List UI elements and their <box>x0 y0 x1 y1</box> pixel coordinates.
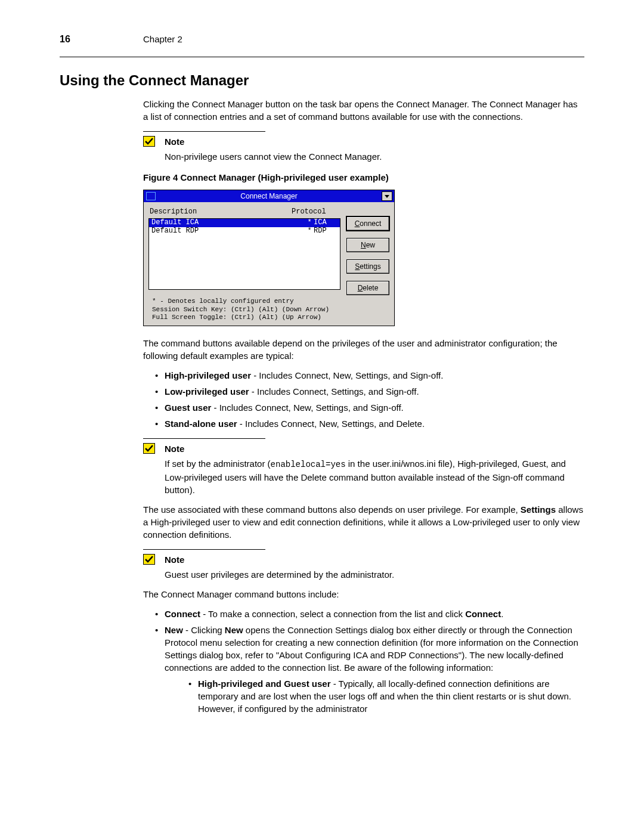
use-paragraph: The use associated with these command bu… <box>143 503 584 541</box>
list-headers: Description Protocol <box>148 206 340 218</box>
chapter-label: Chapter 2 <box>143 33 182 45</box>
intro-paragraph: Clicking the Connect Manager button on t… <box>143 98 584 123</box>
note-block-3: Note Guest user privileges are determine… <box>143 553 584 581</box>
note-separator <box>143 131 265 132</box>
connect-manager-window: Connect Manager Description Protocol Def… <box>143 190 395 326</box>
note-block-2: Note If set by the administrator (enable… <box>143 442 584 496</box>
footer-line: * - Denotes locally configured entry <box>152 298 389 306</box>
cmd-intro: The Connect Manager command buttons incl… <box>143 588 584 600</box>
note-label: Note <box>165 135 584 148</box>
list-item: Stand-alone user - Includes Connect, New… <box>155 417 584 430</box>
note-block-1: Note Non-privilege users cannot view the… <box>143 135 584 163</box>
check-icon <box>143 554 155 565</box>
page-number: 16 <box>60 33 143 46</box>
connection-list[interactable]: Default ICA * ICA Default RDP * RDP <box>148 218 340 290</box>
figure-caption: Figure 4 Connect Manager (High-privilege… <box>143 171 584 184</box>
section-title: Using the Connect Manager <box>60 70 584 91</box>
note-separator <box>143 549 265 550</box>
settings-button[interactable]: Settings <box>346 259 389 274</box>
list-item: Low-privileged user - Includes Connect, … <box>155 385 584 398</box>
list-item: Guest user - Includes Connect, New, Sett… <box>155 401 584 414</box>
command-list: Connect - To make a connection, select a… <box>143 608 584 715</box>
note-text: Non-privilege users cannot view the Conn… <box>165 151 382 162</box>
privilege-list: High-privileged user - Includes Connect,… <box>143 369 584 430</box>
note-separator <box>143 438 265 439</box>
col-protocol: Protocol <box>292 207 339 217</box>
note-text: Guest user privileges are determined by … <box>165 569 394 580</box>
col-description: Description <box>150 207 292 217</box>
code-inline: enablelocal=yes <box>271 460 346 469</box>
sub-list: High-privileged and Guest user - Typical… <box>165 677 584 715</box>
list-item: High-privileged and Guest user - Typical… <box>188 677 584 715</box>
row-mark: * <box>305 226 314 236</box>
check-icon <box>143 443 155 454</box>
row-desc: Default RDP <box>151 226 305 236</box>
connect-button[interactable]: Connect <box>346 216 389 231</box>
commands-intro: The command buttons available depend on … <box>143 337 584 362</box>
list-item: High-privileged user - Includes Connect,… <box>155 369 584 382</box>
window-footer: * - Denotes locally configured entry Ses… <box>144 296 394 326</box>
list-item[interactable]: Default RDP * RDP <box>149 227 340 236</box>
titlebar: Connect Manager <box>144 190 394 202</box>
list-item: Connect - To make a connection, select a… <box>155 608 584 620</box>
header-rule <box>60 57 584 57</box>
footer-line: Session Switch Key: (Ctrl) (Alt) (Down A… <box>152 306 389 314</box>
app-icon <box>146 192 156 200</box>
footer-line: Full Screen Toggle: (Ctrl) (Alt) (Up Arr… <box>152 314 389 322</box>
page-header: 16 Chapter 2 <box>60 33 584 46</box>
new-button[interactable]: New <box>346 238 389 252</box>
delete-button[interactable]: Delete <box>346 281 389 295</box>
window-title: Connect Manager <box>158 191 380 202</box>
dropdown-icon[interactable] <box>382 191 392 201</box>
svg-marker-0 <box>385 195 389 198</box>
list-item: New - Clicking New opens the Connection … <box>155 624 584 715</box>
note-text: If set by the administrator (enablelocal… <box>165 459 566 495</box>
check-icon <box>143 136 155 147</box>
note-label: Note <box>165 553 584 566</box>
row-prot: RDP <box>314 226 338 236</box>
note-label: Note <box>165 442 584 455</box>
